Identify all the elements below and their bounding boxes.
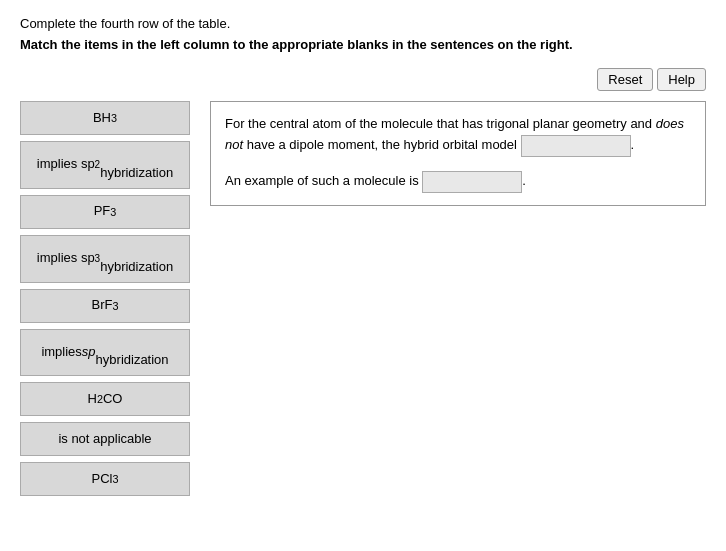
sentence-2: An example of such a molecule is . xyxy=(225,171,691,193)
drag-item-notapplicable[interactable]: is not applicable xyxy=(20,422,190,456)
drag-item-bh3[interactable]: BH3 xyxy=(20,101,190,135)
sentence-1-end: . xyxy=(631,137,635,152)
sentence-1-part1: For the central atom of the molecule tha… xyxy=(225,116,656,131)
instruction-2: Match the items in the left column to th… xyxy=(20,37,706,52)
left-column: BH3 implies sp2hybridization PF3 implies… xyxy=(20,101,190,496)
drag-item-pf3[interactable]: PF3 xyxy=(20,195,190,229)
drag-item-sp2[interactable]: implies sp2hybridization xyxy=(20,141,190,189)
drag-item-brf3[interactable]: BrF3 xyxy=(20,289,190,323)
sentence-1: For the central atom of the molecule tha… xyxy=(225,114,691,157)
help-button[interactable]: Help xyxy=(657,68,706,91)
blank-2[interactable] xyxy=(422,171,522,193)
drag-item-sp[interactable]: implies sphybridization xyxy=(20,329,190,377)
drag-item-h2co[interactable]: H2CO xyxy=(20,382,190,416)
instruction-1: Complete the fourth row of the table. xyxy=(20,16,706,31)
sentence-2-part1: An example of such a molecule is xyxy=(225,173,422,188)
right-column: For the central atom of the molecule tha… xyxy=(210,101,706,206)
sentence-2-end: . xyxy=(522,173,526,188)
drag-item-sp3[interactable]: implies sp3hybridization xyxy=(20,235,190,283)
sentence-1-part2: have a dipole moment, the hybrid orbital… xyxy=(243,137,521,152)
drag-item-pcl3[interactable]: PCl3 xyxy=(20,462,190,496)
reset-button[interactable]: Reset xyxy=(597,68,653,91)
blank-1[interactable] xyxy=(521,135,631,157)
